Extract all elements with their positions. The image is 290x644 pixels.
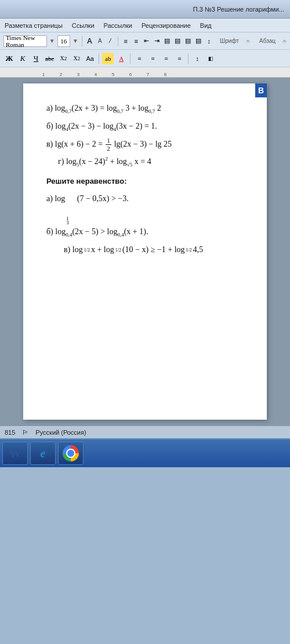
title-text: П.3 №3 Решение логарифми... [193,6,284,13]
inequality-b: б) log0,4(2x − 5) > log0,4(x + 1). [46,224,244,240]
list-ordered-btn[interactable]: ≡ [132,35,140,47]
indent-decrease-btn[interactable]: ⇤ [143,35,151,47]
align-left-btn[interactable]: ▤ [163,35,171,47]
page-marker: B [255,83,267,97]
language-label: Русский (Россия) [35,429,86,436]
page-number: 815 [5,429,15,436]
ruler-3: 3 [70,72,87,77]
taskbar-word-app[interactable]: W [2,442,28,465]
justify-btn2[interactable]: ≡ [173,53,185,64]
solve-header: Решите неравенство: [46,174,244,189]
toolbar-sep1 [82,36,82,46]
equation-b: б) log4(2x − 3) − log4(3x − 2) = 1. [46,119,244,134]
chrome-icon [63,445,79,461]
word-page: B а) log0,7(2x + 3) = log0,7 3 + log0,7 … [23,83,267,420]
expand-shrift-icon[interactable]: ⬘ [246,38,250,44]
menu-ssylki[interactable]: Ссылки [72,22,95,29]
ineq-v-end: 4,5 [193,242,204,258]
line-spacing-btn2[interactable]: ↕ [191,53,203,64]
ruler-7: 7 [139,72,157,77]
status-bar: 815 🏳 Русский (Россия) [0,425,290,438]
superscript-btn[interactable]: X2 [71,53,82,64]
list-unordered-btn[interactable]: ≡ [122,35,130,47]
section-shrift: Шрифт [215,38,244,44]
ruler-4: 4 [87,72,104,77]
align-right-btn[interactable]: ▤ [184,35,192,47]
section-abzac: Абзац [255,38,280,44]
title-bar: П.3 №3 Решение логарифми... [0,0,290,19]
ruler-1: 1 [35,72,52,77]
menu-bar: Разметка страницы Ссылки Рассылки Реценз… [0,19,290,32]
fraction-half: 1 2 [106,137,111,151]
line-spacing-btn[interactable]: ↕ [205,35,213,47]
ineq-a-base: 13 [66,191,72,222]
font-name-input[interactable]: Times New Roman [3,35,47,47]
menu-rassylki[interactable]: Рассылки [104,22,132,29]
align-left-btn2[interactable]: ≡ [133,53,145,64]
equation-a: а) log0,7(2x + 3) = log0,7 3 + log0,7 2 [46,101,244,117]
ruler: 1 2 3 4 5 6 7 8 [0,67,290,78]
underline-btn[interactable]: Ч [30,53,42,64]
menu-vid[interactable]: Вид [200,22,212,29]
taskbar-chrome-app[interactable] [58,442,84,465]
ruler-6: 6 [122,72,139,77]
font-dropdown-arrow[interactable]: ▼ [49,38,55,44]
justify-btn[interactable]: ▤ [194,35,202,47]
ruler-8: 8 [157,72,174,77]
highlight-btn[interactable]: ab [102,53,114,64]
font-size-input[interactable]: 16 [57,35,70,47]
taskbar-ie-app[interactable]: e [30,442,56,465]
font-grow-btn[interactable]: A [85,35,93,47]
document-area: B а) log0,7(2x + 3) = log0,7 3 + log0,7 … [0,78,290,425]
ineq-a-expr: (7 − 0,5x) > −3. [77,191,129,207]
inequality-v: в) log1/2x + log1/2(10 − x) ≥ −1 + log1/… [46,242,244,258]
strikethrough-btn[interactable]: abc [44,53,56,64]
textcase-btn[interactable]: Aa [84,53,96,64]
equation-g: г) log5(x − 24)2 + log√5 x = 4 [46,154,244,170]
ineq-a-text: а) log [46,191,65,207]
fontcolor-btn[interactable]: A [115,53,127,64]
clear-format-btn[interactable]: ⁄ [106,35,114,47]
align-right-btn2[interactable]: ≡ [160,53,172,64]
toolbar-row2: Ж К Ч abc X2 X2 Aa ab A ≡ ≡ ≡ ≡ ↕ ◧ [0,50,290,67]
align-center-btn[interactable]: ▤ [173,35,182,47]
bold-btn[interactable]: Ж [3,53,15,64]
ruler-2: 2 [52,72,70,77]
align-center-btn2[interactable]: ≡ [147,53,158,64]
shading-btn[interactable]: ◧ [205,53,216,64]
ie-icon: e [41,447,46,460]
size-dropdown-arrow[interactable]: ▼ [72,38,78,44]
indent-increase-btn[interactable]: ⇥ [153,35,161,47]
math-content: а) log0,7(2x + 3) = log0,7 3 + log0,7 2 … [46,101,244,258]
ineq-v-x: x + log [91,242,114,258]
toolbar-sep2 [118,36,118,46]
eq-v-right: lg(2x − 3) − lg 25 [114,137,172,152]
word-icon: W [9,446,21,461]
ineq-v-mid: (10 − x) ≥ −1 + log [122,242,185,258]
toolbar-row1: Times New Roman ▼ 16 ▼ A A ⁄ ≡ ≡ ⇤ ⇥ ▤ ▤… [0,32,290,50]
toolbar-sep3 [99,53,99,64]
expand-abzac-icon[interactable]: ⬘ [282,38,287,44]
ineq-v-sub1: 1/2 [84,246,90,254]
taskbar: W e [0,438,290,467]
flag-icon: 🏳 [22,429,28,436]
ruler-marks: 1 2 3 4 5 6 7 8 [35,67,174,77]
italic-btn[interactable]: К [17,53,28,64]
equation-v: в) lg(x + 6) − 2 = 1 2 lg(2x − 3) − lg 2… [46,137,244,152]
toolbar-sep4 [130,53,130,64]
ineq-v-sub3: 1/2 [186,246,192,254]
menu-razmetka[interactable]: Разметка страницы [5,22,63,29]
ineq-v-text: в) log [64,242,83,258]
font-shrink-btn[interactable]: A [96,35,104,47]
ruler-5: 5 [104,72,122,77]
toolbar-sep5 [188,53,188,64]
subscript-btn[interactable]: X2 [57,53,69,64]
inequality-a: а) log13 (7 − 0,5x) > −3. [46,191,244,222]
ineq-v-sub2: 1/2 [115,246,121,254]
eq-v-left: в) lg(x + 6) − 2 = [46,137,103,152]
menu-recenz[interactable]: Рецензирование [142,22,191,29]
